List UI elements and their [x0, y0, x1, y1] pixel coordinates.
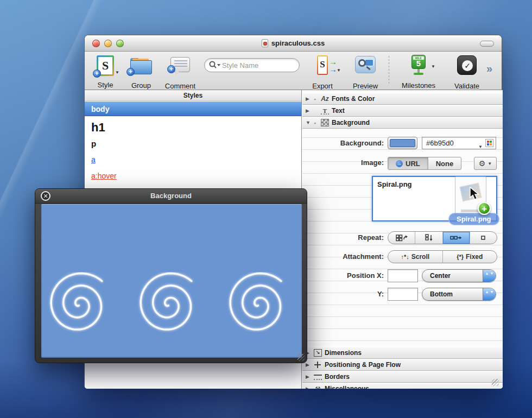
- repeat-none-segment[interactable]: [470, 232, 497, 244]
- style-row-p[interactable]: p: [85, 139, 301, 148]
- popup-arrows-icon: ▲ ▼: [483, 288, 496, 300]
- repeat-both-segment[interactable]: [388, 232, 415, 244]
- repeat-x-segment[interactable]: [443, 232, 470, 244]
- preview-title-bar[interactable]: ✕ Background: [35, 189, 307, 204]
- attachment-fixed-segment[interactable]: {*} Fixed: [443, 251, 497, 263]
- section-label: Background: [332, 119, 370, 126]
- position-y-input[interactable]: [388, 288, 418, 301]
- section-fonts-and-color[interactable]: ▶ ● Az Fonts & Color: [302, 93, 503, 105]
- browser-window-icon: [365, 59, 373, 66]
- inspector-pane: ▶ ● Az Fonts & Color ▶ T Text ▼ ● Backgr…: [302, 90, 503, 389]
- preview-resize-grip[interactable]: [297, 354, 305, 361]
- background-icon: [321, 119, 329, 126]
- repeat-tile-icon: [396, 235, 408, 242]
- validate-button-label: Validate: [454, 82, 479, 90]
- repeat-label: Repeat:: [302, 233, 384, 242]
- section-dot-icon: ●: [314, 121, 318, 125]
- no-repeat-icon: [481, 236, 485, 240]
- repeat-horizontal-icon: [450, 235, 462, 240]
- style-row-a-hover[interactable]: a:hover: [85, 172, 301, 180]
- color-palette-icon[interactable]: [485, 139, 493, 147]
- section-label: Borders: [325, 373, 350, 381]
- spiral-path: [141, 274, 192, 330]
- section-background[interactable]: ▼ ● Background: [302, 117, 503, 129]
- style-row-h1[interactable]: h1: [85, 121, 301, 135]
- popup-arrows-icon: ▲ ▼: [483, 270, 496, 282]
- style-button-label: Style: [98, 81, 113, 89]
- dropdown-arrow-icon[interactable]: ▼: [478, 141, 483, 153]
- spiral-image: [131, 272, 220, 353]
- styles-pane-header: Styles: [85, 90, 301, 102]
- section-positioning[interactable]: ▶ Positioning & Page Flow: [302, 359, 503, 371]
- background-hex-field[interactable]: #6b95d0 ▼: [422, 137, 496, 149]
- text-icon: T: [321, 107, 329, 115]
- new-style-button[interactable]: S + ▼ Style: [97, 55, 114, 76]
- copy-plus-badge-icon: +: [478, 202, 491, 215]
- add-badge-icon: +: [126, 68, 135, 76]
- style-row-a[interactable]: a: [85, 155, 301, 164]
- toolbar-separator: [389, 56, 389, 84]
- preview-window-title: Background: [35, 192, 307, 200]
- window-resize-grip[interactable]: [492, 379, 499, 386]
- section-miscellaneous[interactable]: ▶ ⚒ Miscellaneous: [302, 383, 503, 389]
- dropdown-arrow-icon: ▼: [337, 68, 341, 73]
- style-row-body[interactable]: body: [85, 102, 301, 116]
- spiral-path: [230, 274, 281, 330]
- export-button[interactable]: S → → ▼ Export: [317, 55, 328, 75]
- toolbar: S + ▼ Style + Group + Comment: [85, 52, 502, 90]
- image-none-segment[interactable]: None: [428, 157, 461, 169]
- position-y-popup[interactable]: Bottom ▲ ▼: [422, 288, 496, 301]
- disclosure-triangle-icon[interactable]: ▶: [306, 362, 311, 368]
- position-x-label: Position X:: [302, 271, 384, 280]
- dropdown-arrow-icon: ▼: [431, 64, 435, 69]
- section-label: Miscellaneous: [325, 385, 369, 389]
- position-x-input[interactable]: [388, 269, 418, 282]
- window-title: spiraculous.css: [85, 39, 502, 47]
- mouse-cursor-icon: [469, 187, 481, 201]
- disclosure-triangle-icon[interactable]: ▶: [306, 374, 311, 379]
- section-label: Positioning & Page Flow: [325, 361, 401, 369]
- new-group-button[interactable]: + Group: [130, 58, 152, 74]
- repeat-segment: [388, 231, 497, 244]
- repeat-y-segment[interactable]: [415, 232, 442, 244]
- dropdown-arrow-icon: ▼: [487, 161, 492, 166]
- image-actions-button[interactable]: ⚙ ▼: [474, 157, 497, 170]
- disclosure-triangle-icon[interactable]: ▶: [306, 108, 311, 113]
- css-document-icon: [262, 39, 268, 47]
- export-arrow-icon: →: [329, 65, 337, 74]
- milestones-button-label: Milestones: [402, 81, 435, 90]
- search-field-wrap: [204, 58, 300, 72]
- toolbar-toggle-button[interactable]: [480, 41, 494, 47]
- new-comment-button[interactable]: + Comment: [170, 57, 190, 72]
- dropdown-arrow-icon: ▼: [115, 70, 119, 75]
- preview-button-label: Preview: [353, 82, 378, 90]
- validate-button[interactable]: ✓ Validate: [457, 55, 477, 75]
- scroll-icon: ↑*↓: [401, 254, 409, 260]
- milestones-button[interactable]: 5 MILE ▼ Milestones: [410, 55, 427, 75]
- section-borders[interactable]: ▶ Borders: [302, 371, 503, 383]
- section-text[interactable]: ▶ T Text: [302, 105, 503, 117]
- toolbar-overflow-chevron[interactable]: »: [486, 62, 492, 75]
- image-label: Image:: [302, 159, 384, 167]
- drag-label: Spiral.png: [448, 213, 499, 225]
- position-x-popup[interactable]: Center ▲ ▼: [422, 269, 496, 282]
- disclosure-triangle-icon[interactable]: ▶: [306, 386, 311, 389]
- disclosure-triangle-icon[interactable]: ▶: [306, 96, 311, 102]
- background-color-well[interactable]: [388, 137, 417, 149]
- disclosure-triangle-icon[interactable]: ▼: [306, 120, 311, 125]
- preview-button[interactable]: Preview: [355, 56, 376, 73]
- attachment-scroll-segment[interactable]: ↑*↓ Scroll: [388, 251, 443, 263]
- attachment-label: Attachment:: [302, 252, 384, 261]
- image-source-segment: → URL None: [388, 157, 461, 170]
- wrench-icon: ⚒: [314, 385, 322, 389]
- position-y-label: Y:: [302, 290, 384, 298]
- spiral-path: [51, 274, 102, 330]
- section-dimensions[interactable]: ▶ ↘ Dimensions: [302, 347, 503, 359]
- export-document-icon: S: [318, 56, 327, 74]
- image-url-segment[interactable]: → URL: [388, 157, 428, 169]
- borders-icon: [314, 375, 322, 380]
- comment-button-label: Comment: [165, 82, 195, 90]
- spiral-image: [41, 272, 131, 353]
- title-bar[interactable]: spiraculous.css: [85, 35, 502, 52]
- preview-window[interactable]: ✕ Background: [35, 188, 307, 363]
